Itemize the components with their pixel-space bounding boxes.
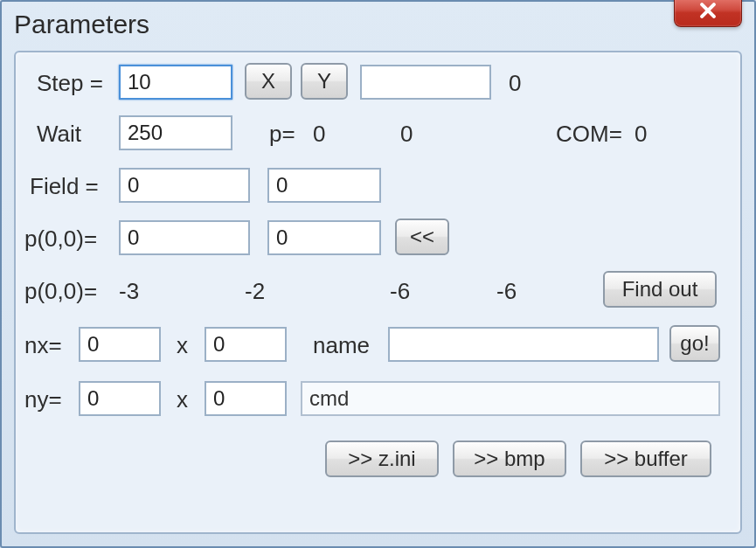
ny-input-2[interactable] [205, 381, 287, 416]
titlebar: Parameters [2, 2, 754, 47]
cmd-display: cmd [301, 381, 720, 416]
go-button[interactable]: go! [669, 325, 720, 362]
step-input[interactable] [119, 65, 232, 100]
p00-label: p(0,0)= [24, 225, 97, 253]
ny-x-sep: x [177, 386, 188, 413]
p00b-v1: -3 [119, 278, 139, 305]
parameters-window: Parameters Step = X Y 0 Wait p= 0 0 COM=… [0, 0, 756, 548]
step-label: Step = [37, 70, 103, 97]
p00-input-2[interactable] [267, 220, 381, 255]
back-button[interactable]: << [395, 219, 449, 255]
nx-label: nx= [24, 332, 62, 359]
field-input-1[interactable] [119, 168, 250, 203]
p00b-v3: -6 [390, 278, 410, 305]
ny-label: ny= [24, 386, 62, 413]
name-label: name [313, 332, 370, 359]
p00-input-1[interactable] [119, 220, 250, 255]
bmp-button[interactable]: >> bmp [453, 440, 566, 477]
field-label: Field = [30, 173, 99, 200]
x-button[interactable]: X [245, 63, 292, 100]
p00b-v4: -6 [496, 278, 517, 305]
p-label: p= [269, 121, 295, 148]
close-icon [698, 0, 718, 26]
xy-coord-input[interactable] [360, 65, 491, 100]
nx-input-2[interactable] [205, 327, 287, 362]
close-button[interactable] [674, 0, 742, 27]
field-input-2[interactable] [267, 168, 381, 203]
window-title: Parameters [14, 10, 149, 39]
find-out-button[interactable]: Find out [603, 271, 717, 308]
zini-button[interactable]: >> z.ini [325, 440, 439, 477]
p00b-label: p(0,0)= [24, 278, 97, 305]
ny-input-1[interactable] [79, 381, 161, 416]
client-area: Step = X Y 0 Wait p= 0 0 COM= 0 Field = … [14, 51, 742, 534]
p00b-v2: -2 [245, 278, 265, 305]
com-value: 0 [635, 121, 647, 148]
nx-x-sep: x [177, 332, 188, 359]
y-button[interactable]: Y [301, 63, 348, 100]
wait-label: Wait [37, 121, 81, 148]
com-label: COM= [556, 121, 622, 148]
p-value-2: 0 [400, 121, 413, 148]
name-input[interactable] [388, 327, 659, 362]
wait-input[interactable] [119, 115, 232, 150]
xy-coord-readout: 0 [509, 70, 521, 97]
p-value-1: 0 [313, 121, 325, 148]
buffer-button[interactable]: >> buffer [580, 440, 711, 477]
nx-input-1[interactable] [79, 327, 161, 362]
